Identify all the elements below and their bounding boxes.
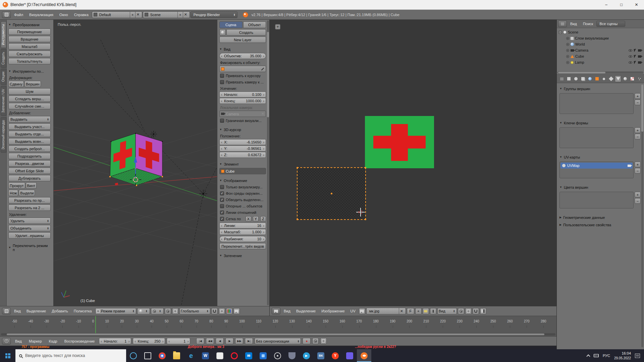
outliner-row-renderlayers[interactable]: Слои визуализации	[559, 35, 644, 41]
taskbar-search[interactable]	[15, 349, 126, 362]
panel-custom-properties[interactable]: Пользовательские свойства	[559, 222, 641, 228]
offset-edge-slide-button[interactable]: Offset Edge Slide	[8, 168, 51, 174]
image-datablock-field[interactable]: мк.jpg ✕	[366, 308, 406, 314]
photos-button[interactable]	[256, 349, 270, 362]
vertex-select-icon[interactable]	[165, 308, 171, 314]
uv-face-center-dot[interactable]	[331, 193, 332, 194]
menu-uvs[interactable]: UV	[348, 306, 358, 316]
eyedropper-icon[interactable]	[261, 67, 264, 70]
tab-particles-icon[interactable]	[636, 75, 642, 82]
menu-marker[interactable]: Маркер	[26, 337, 45, 346]
menu-file[interactable]: Файл	[11, 10, 26, 19]
fake-user-toggle[interactable]: F	[407, 308, 414, 314]
bisect-button[interactable]: Разрезать на 2 ...	[8, 204, 51, 211]
restrict-render-icon[interactable]	[638, 61, 641, 64]
menu-playback[interactable]: Воспроизведение	[62, 337, 98, 346]
yandex-button[interactable]	[328, 349, 342, 362]
minimize-button[interactable]: –	[599, 0, 614, 9]
current-frame-field[interactable]: 1	[167, 338, 190, 344]
expand-icon[interactable]	[566, 43, 569, 46]
unlink-image-button[interactable]: ✕	[399, 308, 404, 314]
action-center-icon[interactable]	[635, 354, 640, 358]
tab-scene-icon[interactable]	[573, 75, 579, 82]
scale-button[interactable]: Масштаб	[8, 43, 51, 50]
tab-render-layers-icon[interactable]	[580, 75, 586, 82]
restrict-render-icon[interactable]	[638, 49, 641, 52]
selected-uv-face[interactable]	[297, 167, 366, 220]
panel-geometry-data[interactable]: Геометрические данные	[559, 215, 641, 220]
outliner-row-world[interactable]: World	[559, 41, 644, 47]
outliner-editor-type-icon[interactable]	[558, 20, 567, 27]
grid-subdivisions-field[interactable]: Разбиения: 10	[219, 236, 266, 242]
menu-view-uv[interactable]: Вид	[281, 306, 293, 316]
add-uv-map-button[interactable]	[635, 162, 641, 167]
language-indicator[interactable]: РУС	[603, 354, 610, 358]
gp-new-button[interactable]: Создать	[226, 29, 266, 36]
tab-grease-pencil[interactable]: Эскизный карандш	[1, 117, 6, 153]
properties-scrollbar[interactable]	[641, 84, 643, 347]
menu-search-outliner[interactable]: Поиск	[580, 20, 596, 28]
expand-icon[interactable]	[566, 55, 569, 58]
uv-editor-type-icon[interactable]	[272, 308, 280, 314]
world-background-checkbox[interactable]: Фон среды окружен...	[219, 191, 266, 196]
timeline-ruler[interactable]: -50 -40 -30 -20 -10 0 10 20 30 40 50 60 …	[0, 316, 556, 337]
outliner-scrollbar[interactable]	[557, 71, 643, 74]
render-engine-selector[interactable]: Рендер Blender	[191, 11, 237, 18]
only-render-checkbox[interactable]: Только визуализиру...	[219, 184, 266, 190]
tab-display-icon[interactable]	[558, 75, 565, 82]
shear-button[interactable]: Сдвину	[8, 81, 24, 87]
scene-selector[interactable]: Scene + ✕	[143, 11, 190, 18]
face-select-icon[interactable]	[172, 308, 178, 314]
noise-button[interactable]: Шум	[8, 88, 51, 95]
add-shape-key-button[interactable]	[635, 127, 641, 133]
play-button[interactable]	[225, 338, 233, 344]
tab-options[interactable]: Опции	[1, 69, 6, 85]
uv-maps-list[interactable]: UVMap	[559, 162, 634, 178]
remove-doubles-button[interactable]: Удалит...ершины	[8, 232, 51, 239]
knife-project-button[interactable]: Разрезать по пр...	[8, 197, 51, 203]
manipulator-translate-icon[interactable]	[226, 308, 232, 314]
uv-vertex[interactable]	[297, 219, 298, 220]
all-object-origins-checkbox[interactable]: Опорные ... объектов	[219, 203, 266, 209]
menu-add-3d[interactable]: Добавить	[49, 306, 70, 316]
open-image-icon[interactable]	[423, 308, 429, 314]
cursor-z-field[interactable]: Z: 0.63672	[219, 152, 266, 158]
add-scene-button[interactable]: +	[177, 12, 183, 18]
mode-dropdown[interactable]: Режим правки	[95, 308, 136, 314]
clock[interactable]: 16:04 29.05.2022	[614, 351, 631, 360]
next-keyframe-button[interactable]	[235, 338, 243, 344]
snap-magnet-icon[interactable]	[211, 308, 218, 314]
telegram-button[interactable]	[299, 349, 314, 362]
remove-shape-key-button[interactable]	[635, 134, 641, 139]
uv-image-editor[interactable]	[269, 20, 556, 306]
uv-map-item-selected[interactable]: UVMap	[560, 163, 633, 169]
outliner-row-camera[interactable]: Camera	[559, 47, 644, 53]
lock-to-cursor-checkbox[interactable]: Привязать к курсору	[219, 73, 266, 78]
grid-y-toggle[interactable]: Y	[253, 216, 259, 222]
pin-icon[interactable]	[430, 308, 436, 314]
menu-view-3d[interactable]: Вид	[12, 306, 23, 316]
touch-keyboard-icon[interactable]	[594, 354, 599, 357]
grid-scale-field[interactable]: Масштаб: 1.000	[219, 229, 266, 235]
tab-tools[interactable]: Инструменты	[1, 21, 6, 48]
word-button[interactable]	[198, 349, 213, 362]
randomize-button[interactable]: Случайное сме...	[8, 103, 51, 109]
extrude-individual-button[interactable]: Выдавить отде...	[8, 131, 51, 137]
render-opengl-icon[interactable]	[233, 308, 240, 314]
viewport-editor-type-icon[interactable]	[2, 308, 11, 314]
previous-keyframe-button[interactable]	[206, 338, 214, 344]
lens-field[interactable]: Объектив: 35.000	[219, 53, 266, 59]
uv-2d-cursor[interactable]	[356, 208, 365, 217]
restrict-view-icon[interactable]	[629, 61, 632, 64]
make-edge-face-button[interactable]: Создать ребро/г...	[8, 145, 51, 152]
expand-icon[interactable]	[566, 49, 569, 52]
item-name-field[interactable]: Cube	[219, 168, 266, 174]
snap-element-icon[interactable]	[219, 308, 225, 314]
delete-dropdown[interactable]: Удалить	[8, 218, 51, 224]
expand-icon[interactable]	[566, 61, 569, 64]
grid-z-toggle[interactable]: Z	[260, 216, 266, 222]
grid-x-toggle[interactable]: X	[246, 216, 251, 222]
tab-create[interactable]: Создать	[1, 49, 6, 68]
tab-render-icon[interactable]	[566, 75, 572, 82]
npanel-scrollbar[interactable]	[267, 20, 269, 305]
